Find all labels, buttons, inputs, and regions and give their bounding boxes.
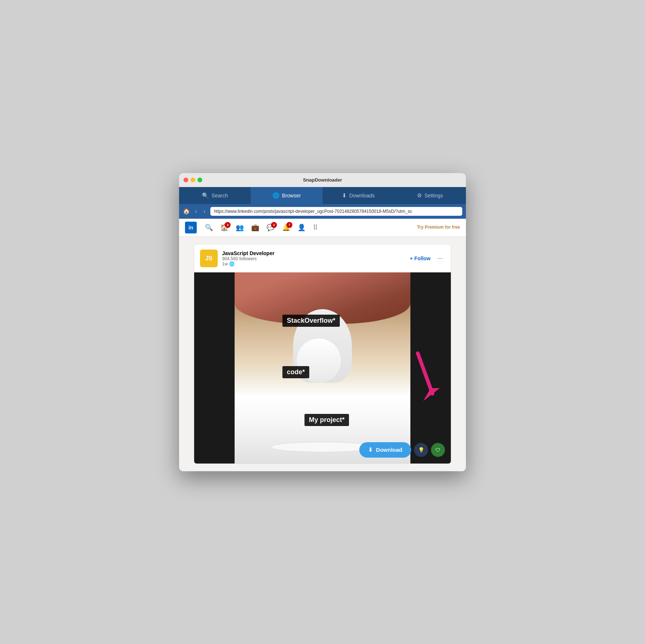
video-container: StackOverflow* code* My project* ⬇ Downl… xyxy=(194,272,451,464)
minimize-button[interactable] xyxy=(190,178,195,182)
traffic-lights xyxy=(183,178,202,182)
window-title: SnapDownloader xyxy=(303,177,342,183)
follow-button[interactable]: + Follow xyxy=(410,255,431,261)
post-time: 1w 🌐 xyxy=(222,261,406,266)
overlay-myproject: My project* xyxy=(304,414,349,426)
settings-tab-label: Settings xyxy=(424,193,443,198)
title-bar: SnapDownloader xyxy=(179,173,466,187)
notifications-badge: 7 xyxy=(286,222,292,228)
url-input[interactable] xyxy=(210,207,462,216)
browser-tab-label: Browser xyxy=(282,193,301,198)
video-frame: StackOverflow* code* My project* xyxy=(235,272,410,464)
svg-marker-1 xyxy=(423,388,440,401)
avatar: JS xyxy=(200,250,218,267)
linkedin-profile-icon[interactable]: 👤 xyxy=(295,222,309,233)
search-tab-label: Search xyxy=(211,193,228,198)
download-button[interactable]: ⬇ Download xyxy=(359,442,411,458)
post-header: JS JavaScript Developer 904,560 follower… xyxy=(194,244,451,272)
close-button[interactable] xyxy=(183,178,188,182)
linkedin-search-icon[interactable]: 🔍 xyxy=(202,222,216,233)
extension-2-icon: 🛡 xyxy=(435,447,441,453)
more-options-button[interactable]: ··· xyxy=(435,254,445,262)
tab-settings[interactable]: ⚙ Settings xyxy=(394,187,466,204)
content-area: JS JavaScript Developer 904,560 follower… xyxy=(179,237,466,471)
linkedin-messaging-icon[interactable]: 💬 2 xyxy=(264,222,278,233)
overlay-stackoverflow: StackOverflow* xyxy=(282,315,340,327)
tab-downloads[interactable]: ⬇ Downloads xyxy=(322,187,394,204)
linkedin-logo: in xyxy=(185,222,197,233)
extension-button-1[interactable]: 💡 xyxy=(414,443,428,457)
home-button[interactable]: 🏠 xyxy=(183,208,190,215)
browser-tab-icon: 🌐 xyxy=(272,192,279,199)
video-background: StackOverflow* code* My project* ⬇ Downl… xyxy=(194,272,451,464)
linkedin-nav-icons: 🔍 🏠 3 👥 💼 💬 2 🔔 7 👤 ⠿ xyxy=(202,222,321,233)
linkedin-home-icon[interactable]: 🏠 3 xyxy=(217,222,231,233)
post-card: JS JavaScript Developer 904,560 follower… xyxy=(194,244,451,464)
linkedin-grid-icon[interactable]: ⠿ xyxy=(310,222,321,233)
search-tab-icon: 🔍 xyxy=(202,192,209,199)
tab-browser[interactable]: 🌐 Browser xyxy=(251,187,322,204)
extension-button-2[interactable]: 🛡 xyxy=(431,443,445,457)
home-badge: 3 xyxy=(225,222,231,228)
settings-tab-icon: ⚙ xyxy=(417,192,422,199)
plate-visual xyxy=(271,441,374,452)
overlay-code: code* xyxy=(282,366,309,378)
download-icon: ⬇ xyxy=(368,447,373,453)
premium-link[interactable]: Try Premium for free xyxy=(417,225,460,230)
globe-small-icon: 🌐 xyxy=(229,261,235,266)
linkedin-navbar: in 🔍 🏠 3 👥 💼 💬 2 🔔 7 👤 ⠿ Try Premium for… xyxy=(179,219,466,237)
pink-arrow-icon xyxy=(410,346,440,405)
follower-count: 904,560 followers xyxy=(222,256,406,261)
tab-search[interactable]: 🔍 Search xyxy=(179,187,251,204)
app-window: SnapDownloader 🔍 Search 🌐 Browser ⬇ Down… xyxy=(179,173,466,471)
download-area: ⬇ Download 💡 🛡 xyxy=(359,442,445,458)
nav-tabs: 🔍 Search 🌐 Browser ⬇ Downloads ⚙ Setting… xyxy=(179,187,466,204)
url-bar: 🏠 ‹ › xyxy=(179,204,466,219)
maximize-button[interactable] xyxy=(197,178,202,182)
svg-line-0 xyxy=(418,353,432,394)
linkedin-jobs-icon[interactable]: 💼 xyxy=(248,222,262,233)
downloads-tab-label: Downloads xyxy=(349,193,375,198)
author-info: JavaScript Developer 904,560 followers 1… xyxy=(222,250,406,266)
linkedin-network-icon[interactable]: 👥 xyxy=(233,222,247,233)
downloads-tab-icon: ⬇ xyxy=(342,192,347,199)
back-button[interactable]: ‹ xyxy=(193,207,199,215)
forward-button[interactable]: › xyxy=(202,207,207,215)
video-left-bar xyxy=(194,272,235,464)
extension-1-icon: 💡 xyxy=(418,447,424,453)
linkedin-notifications-icon[interactable]: 🔔 7 xyxy=(279,222,293,233)
messaging-badge: 2 xyxy=(271,222,277,228)
author-name: JavaScript Developer xyxy=(222,250,406,256)
